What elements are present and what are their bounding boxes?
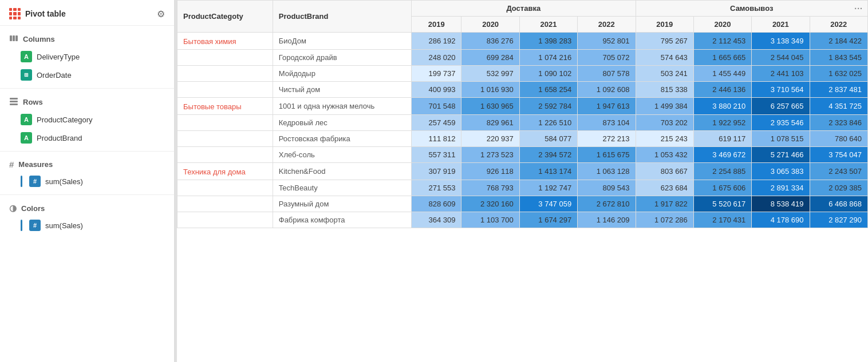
data-cell: 1 192 747 xyxy=(519,180,577,196)
data-cell: 768 793 xyxy=(461,180,519,196)
colors-icon: ◑ xyxy=(9,203,17,213)
data-cell: 1 146 209 xyxy=(578,212,636,228)
data-cell: 1 455 449 xyxy=(693,66,751,82)
sidebar-title: Pivot table xyxy=(25,9,66,18)
data-cell: 2 320 160 xyxy=(461,196,519,212)
svg-rect-5 xyxy=(10,104,18,105)
field-ProductCategory[interactable]: A ProductCategory xyxy=(5,111,169,128)
data-cell: 1 090 102 xyxy=(519,66,577,82)
data-cell: 1 398 283 xyxy=(519,33,577,50)
field-sumSales-measures[interactable]: # sum(Sales) xyxy=(5,173,169,190)
dostavka-year-2022: 2022 xyxy=(578,17,636,33)
field-badge-delivery-type: A xyxy=(21,51,32,62)
brand-cell: 1001 и одна нужная мелочь xyxy=(273,98,411,115)
data-cell: 307 919 xyxy=(412,163,461,180)
data-cell: 2 827 290 xyxy=(810,212,867,228)
brand-cell: TechBeauty xyxy=(273,180,411,196)
data-cell: 557 311 xyxy=(412,147,461,163)
brand-cell: Разумный дом xyxy=(273,196,411,212)
data-cell: 215 243 xyxy=(636,131,693,147)
data-cell: 1 092 608 xyxy=(578,82,636,98)
brand-cell: Ростовская фабрика xyxy=(273,131,411,147)
data-cell: 2 837 481 xyxy=(810,82,867,98)
more-options-icon[interactable]: ··· xyxy=(854,4,863,13)
brand-cell: Чистый дом xyxy=(273,82,411,98)
col-header-brand: ProductBrand xyxy=(273,1,411,33)
data-cell: 1 273 523 xyxy=(461,147,519,163)
data-cell: 3 880 210 xyxy=(693,98,751,115)
data-cell: 272 213 xyxy=(578,131,636,147)
svg-rect-2 xyxy=(15,35,18,41)
gear-icon[interactable]: ⚙ xyxy=(157,9,165,19)
field-name-product-brand: ProductBrand xyxy=(37,134,82,142)
data-cell: 364 309 xyxy=(412,212,461,228)
rows-icon xyxy=(9,97,18,108)
col-header-category: ProductCategoty xyxy=(177,1,273,33)
data-cell: 2 935 546 xyxy=(752,115,810,131)
data-cell: 286 192 xyxy=(412,33,461,50)
data-cell: 701 548 xyxy=(412,98,461,115)
data-cell: 2 323 846 xyxy=(810,115,867,131)
data-cell: 584 077 xyxy=(519,131,577,147)
data-cell: 2 243 507 xyxy=(810,163,867,180)
data-cell: 795 267 xyxy=(636,33,693,50)
category-cell xyxy=(177,196,273,212)
svg-rect-1 xyxy=(13,35,15,41)
data-cell: 705 072 xyxy=(578,50,636,66)
data-cell: 2 446 136 xyxy=(693,82,751,98)
data-cell: 111 812 xyxy=(412,131,461,147)
data-cell: 1 053 432 xyxy=(636,147,693,163)
data-cell: 4 351 725 xyxy=(810,98,867,115)
data-cell: 952 801 xyxy=(578,33,636,50)
category-cell xyxy=(177,115,273,131)
category-cell xyxy=(177,66,273,82)
samovyvoz-year-2019: 2019 xyxy=(636,17,693,33)
data-cell: 1 665 665 xyxy=(693,50,751,66)
samovyvoz-year-2021: 2021 xyxy=(752,17,810,33)
data-cell: 574 643 xyxy=(636,50,693,66)
data-cell: 1 413 174 xyxy=(519,163,577,180)
samovyvoz-year-2020: 2020 xyxy=(693,17,751,33)
data-cell: 623 684 xyxy=(636,180,693,196)
colors-section-label: ◑ Colors xyxy=(9,203,165,213)
brand-cell: БиоДом xyxy=(273,33,411,50)
category-cell xyxy=(177,212,273,228)
table-row: Техника для домаKitchen&Food307 919926 1… xyxy=(177,163,868,180)
table-row: Хлеб-соль557 3111 273 5232 394 5721 615 … xyxy=(177,147,868,163)
group-header-dostavka: Доставка xyxy=(412,1,636,17)
field-ProductBrand[interactable]: A ProductBrand xyxy=(5,129,169,146)
data-cell: 3 469 672 xyxy=(693,147,751,163)
data-cell: 220 937 xyxy=(461,131,519,147)
data-cell: 926 118 xyxy=(461,163,519,180)
data-cell: 1 103 700 xyxy=(461,212,519,228)
pivot-table-icon xyxy=(9,8,21,19)
field-DeliveryType[interactable]: A DeliveryType xyxy=(5,48,169,65)
brand-cell: Городской драйв xyxy=(273,50,411,66)
data-cell: 5 271 466 xyxy=(752,147,810,163)
main-content: ProductCategoty ProductBrand Доставка Са… xyxy=(177,0,868,362)
field-OrderDate[interactable]: ⊞ OrderDate xyxy=(5,66,169,83)
data-cell: 503 241 xyxy=(636,66,693,82)
category-cell: Техника для дома xyxy=(177,163,273,180)
data-cell: 2 112 453 xyxy=(693,33,751,50)
brand-cell: Мойдодыр xyxy=(273,66,411,82)
rows-section-label: Rows xyxy=(9,97,165,108)
brand-cell: Хлеб-соль xyxy=(273,147,411,163)
data-cell: 2 441 103 xyxy=(752,66,810,82)
data-cell: 836 276 xyxy=(461,33,519,50)
field-name-order-date: OrderDate xyxy=(37,71,72,79)
table-row: Городской драйв248 020699 2841 074 21670… xyxy=(177,50,868,66)
field-sumSales-colors[interactable]: # sum(Sales) xyxy=(5,217,169,234)
table-row: Разумный дом828 6092 320 1603 747 0592 6… xyxy=(177,196,868,212)
category-cell xyxy=(177,180,273,196)
data-cell: 2 544 045 xyxy=(752,50,810,66)
measures-icon: # xyxy=(9,160,14,169)
field-bar-colors xyxy=(21,220,22,231)
table-row: Бытовые товары1001 и одна нужная мелочь7… xyxy=(177,98,868,115)
data-cell: 703 202 xyxy=(636,115,693,131)
data-cell: 1 630 965 xyxy=(461,98,519,115)
dostavka-year-2019: 2019 xyxy=(412,17,461,33)
data-cell: 1 072 286 xyxy=(636,212,693,228)
data-cell: 6 257 665 xyxy=(752,98,810,115)
data-cell: 2 170 431 xyxy=(693,212,751,228)
